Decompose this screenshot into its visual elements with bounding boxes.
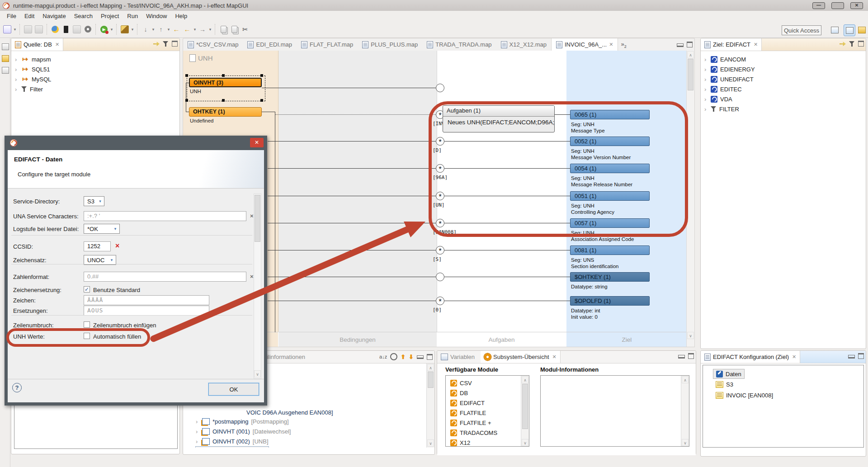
back-icon[interactable]: ←	[182, 24, 192, 34]
save-icon[interactable]	[23, 24, 33, 34]
module-item-flatfile-[interactable]: FLATFILE +	[450, 418, 491, 427]
config-item-daten[interactable]: Daten	[713, 369, 745, 379]
link-editor-icon[interactable]	[153, 41, 160, 47]
restore-view-icon[interactable]	[2, 43, 9, 50]
module-item-csv[interactable]: CSV	[450, 378, 472, 387]
port-icon[interactable]	[436, 273, 444, 281]
chevron-right-icon[interactable]: ›	[15, 86, 19, 93]
editor-tab-x12-x12-map[interactable]: X12_X12.map	[496, 38, 551, 51]
clear-field-icon[interactable]: ×	[250, 212, 254, 219]
forward-caret-icon[interactable]: ▾	[208, 27, 212, 32]
source-node-oinvht[interactable]: OINVHT (3)	[189, 78, 262, 87]
chevron-right-icon[interactable]: ›	[196, 438, 199, 445]
target-item-unedifact[interactable]: ›UNEDIFACT	[704, 75, 754, 84]
quick-access-button[interactable]: Quick Access	[782, 25, 821, 35]
menu-run[interactable]: Run	[123, 12, 142, 20]
back-new-icon[interactable]: ←	[171, 24, 181, 34]
scroll-up-icon[interactable]: ∧	[427, 364, 434, 371]
chevron-right-icon[interactable]: ›	[704, 96, 708, 103]
tab-quelle-db[interactable]: Quelle: DB ✕	[11, 38, 63, 51]
import-caret-icon[interactable]: ▾	[151, 27, 156, 32]
resource-perspective-icon[interactable]	[856, 24, 867, 35]
back-caret-icon[interactable]: ▾	[193, 27, 197, 32]
source-item-mysql[interactable]: ›↦MySQL	[15, 75, 51, 84]
module-item-db[interactable]: DB	[450, 388, 468, 397]
task-port-icon[interactable]: *	[436, 192, 444, 200]
export-settings-icon[interactable]	[72, 24, 82, 34]
modules-list[interactable]: CSVDBEDIFACTFLATFILEFLATFILE +TRADACOMSX…	[445, 375, 529, 447]
scroll-thumb[interactable]	[255, 195, 260, 242]
new-wizard-icon[interactable]	[2, 24, 12, 34]
menu-file[interactable]: File	[3, 12, 20, 20]
minimize-editor-icon[interactable]	[677, 43, 684, 47]
close-icon[interactable]: ✕	[792, 354, 796, 360]
sort-az-icon[interactable]: a↓z	[379, 354, 387, 359]
detail-item--postmapping[interactable]: ›*postmapping [Postmapping]	[196, 417, 289, 426]
editor-tab-flat-flat-map[interactable]: FLAT_FLAT.map	[297, 38, 358, 51]
target-node-00511[interactable]: 0051 (1)	[570, 191, 650, 201]
minimize-button[interactable]: —	[809, 0, 828, 11]
canvas-scrollbar[interactable]: ∧ ∨	[686, 51, 694, 347]
detail-scrollbar[interactable]: ∧ ∨	[426, 363, 434, 448]
dialog-scrollbar[interactable]: ∨	[254, 193, 261, 379]
module-item-edifact[interactable]: EDIFACT	[450, 398, 485, 407]
folder-view-icon[interactable]	[2, 55, 9, 62]
maximize-editor-icon[interactable]	[687, 42, 693, 47]
detail-item-oinvht-003-[interactable]: ›OINVHT (003) [UNH]	[196, 447, 269, 448]
marker-icon[interactable]	[120, 24, 130, 34]
minimize-view-icon[interactable]	[678, 355, 685, 359]
maximize-view-icon[interactable]	[427, 354, 433, 360]
field-input[interactable]: 0.##	[84, 272, 246, 282]
chevron-right-icon[interactable]: ›	[704, 66, 708, 73]
chevron-right-icon[interactable]: ›	[15, 76, 19, 83]
maximize-view-icon[interactable]	[858, 41, 864, 47]
minimize-view-icon[interactable]	[848, 355, 855, 359]
close-icon[interactable]: ✕	[754, 42, 758, 47]
menu-help[interactable]: Help	[171, 12, 191, 20]
chevron-right-icon[interactable]: ›	[15, 66, 19, 73]
dialog-close-button[interactable]: ✕	[250, 138, 264, 147]
mapping-perspective-icon[interactable]	[844, 24, 855, 36]
maximize-button[interactable]	[828, 0, 847, 11]
tab-edifact-konfiguration[interactable]: EDIFACT Konfiguration (Ziel) ✕	[701, 351, 800, 363]
help-button[interactable]: ?	[12, 383, 22, 392]
config-item-s3[interactable]: S3	[713, 380, 736, 389]
scroll-thumb[interactable]	[688, 59, 693, 90]
paste-icon[interactable]	[229, 24, 239, 34]
menu-window[interactable]: Window	[142, 12, 171, 20]
chevron-right-icon[interactable]: ›	[704, 106, 708, 113]
menu-edit[interactable]: Edit	[20, 12, 38, 20]
maximize-view-icon[interactable]	[688, 353, 694, 359]
search-icon[interactable]	[390, 353, 397, 360]
menu-search[interactable]: Search	[70, 12, 97, 20]
minimize-view-icon[interactable]	[417, 355, 424, 359]
scroll-thumb[interactable]	[522, 384, 528, 429]
copy-icon[interactable]	[218, 24, 228, 34]
maximize-view-icon[interactable]	[172, 41, 178, 47]
filter-icon[interactable]	[849, 41, 855, 47]
editor-tab--csv-csv-map[interactable]: *CSV_CSV.map	[183, 38, 243, 51]
module-item-x12[interactable]: X12	[450, 438, 470, 447]
target-node-00521[interactable]: 0052 (1)	[570, 137, 650, 146]
modules-scrollbar[interactable]: ∧ ∨	[521, 376, 529, 447]
scroll-up-icon[interactable]: ∧	[682, 376, 689, 383]
new-wizard-caret-icon[interactable]: ▾	[13, 27, 17, 32]
source-node-ohtkey[interactable]: OHTKEY (1)	[189, 107, 262, 117]
detail-item-oinvht-002-[interactable]: ›OINVHT (002) [UNB]	[196, 437, 269, 446]
chevron-right-icon[interactable]: ›	[196, 418, 199, 425]
tab-ziel-edifact[interactable]: Ziel: EDIFACT ✕	[701, 38, 762, 51]
field-checkbox[interactable]	[84, 333, 90, 339]
export-icon[interactable]: ↑	[156, 24, 166, 34]
export-caret-icon[interactable]: ▾	[166, 27, 171, 32]
field-input[interactable]: AOUS	[84, 306, 209, 316]
target-item-editec[interactable]: ›EDITEC	[704, 85, 742, 94]
editor-tab-invoic-96a-[interactable]: INVOIC_96A_...✕	[551, 38, 618, 51]
dialog-title-bar[interactable]	[5, 136, 267, 150]
tab-overflow-indicator[interactable]: »2	[618, 41, 629, 49]
close-icon[interactable]: ✕	[609, 42, 613, 47]
scroll-down-icon[interactable]: ∨	[427, 439, 434, 447]
target-item-filter[interactable]: ›FILTER	[704, 104, 739, 113]
task-port-icon[interactable]: *	[436, 246, 444, 255]
target-item-vda[interactable]: ›VDA	[704, 94, 732, 104]
tab-subsystem-uebersicht[interactable]: Subsystem-Übersicht ✕	[481, 351, 561, 363]
